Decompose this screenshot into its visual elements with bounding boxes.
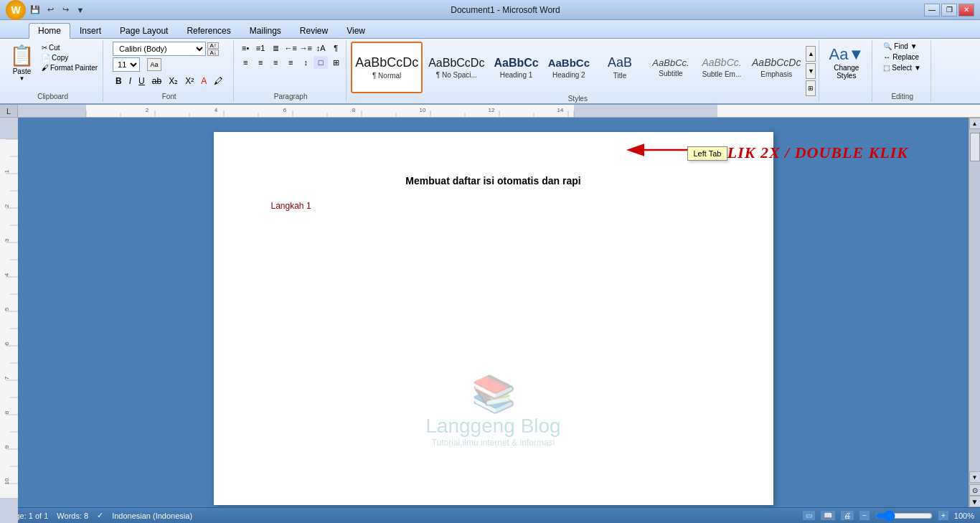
svg-rect-26 xyxy=(0,118,18,139)
right-scrollbar[interactable]: ▲ ▼ ⊙ ▼ xyxy=(969,118,980,507)
align-right-button[interactable]: ≡ xyxy=(268,56,283,69)
copy-icon: 📄 xyxy=(42,54,50,62)
replace-button[interactable]: ↔ Replace xyxy=(880,52,924,62)
clipboard-label: Clipboard xyxy=(37,91,68,100)
restore-button[interactable]: ❐ xyxy=(941,4,957,17)
decrease-indent-button[interactable]: ←≡ xyxy=(283,42,298,55)
view-reading-btn[interactable]: 📖 xyxy=(821,511,835,520)
paragraph-label: Paragraph xyxy=(274,91,308,100)
styles-expand[interactable]: ⊞ xyxy=(806,80,816,96)
style-subtle-emphasis[interactable]: AaBbCc. Subtle Em... xyxy=(697,42,746,93)
borders-button[interactable]: ⊞ xyxy=(329,56,343,69)
select-dropdown-icon: ▼ xyxy=(914,64,921,72)
style-subtitle[interactable]: AaBbCc. Subtitle xyxy=(646,42,695,93)
styles-scroll-up[interactable]: ▲ xyxy=(806,46,816,62)
scroll-up-arrow[interactable]: ▲ xyxy=(969,118,981,129)
italic-button[interactable]: I xyxy=(126,75,134,88)
line-spacing-button[interactable]: ↕ xyxy=(298,56,313,69)
underline-button[interactable]: U xyxy=(136,75,148,88)
style-heading2-preview: AaBbCc xyxy=(548,57,590,70)
tab-review[interactable]: Review xyxy=(291,23,337,39)
cut-button[interactable]: ✂ Cut xyxy=(39,43,100,52)
superscript-button[interactable]: X² xyxy=(182,75,197,88)
ribbon-tabs: Home Insert Page Layout References Maili… xyxy=(0,20,980,39)
tab-insert[interactable]: Insert xyxy=(70,23,110,39)
tab-page-layout[interactable]: Page Layout xyxy=(110,23,177,39)
scroll-down-arrow[interactable]: ▼ xyxy=(969,471,981,483)
zoom-out-btn[interactable]: − xyxy=(859,511,870,520)
tab-home[interactable]: Home xyxy=(29,23,70,39)
paragraph-buttons: ≡• ≡1 ≣ ←≡ →≡ ↕A ¶ ≡ ≡ ≡ ≡ ↕ □ ⊞ xyxy=(238,42,343,69)
strikethrough-button[interactable]: ab xyxy=(149,75,164,88)
style-no-spacing-preview: AaBbCcDc xyxy=(428,56,484,70)
ruler-left-corner[interactable]: L xyxy=(0,105,18,117)
document[interactable]: Left Tab Membuat daftar isi otomatis dan… xyxy=(214,132,773,505)
svg-text:14: 14 xyxy=(557,107,564,113)
font-size-decrease[interactable]: A↓ xyxy=(207,50,219,56)
tab-references[interactable]: References xyxy=(177,23,240,39)
find-icon: 🔍 xyxy=(883,42,892,50)
close-button[interactable]: ✕ xyxy=(958,4,974,17)
vertical-ruler-svg: 1 2 3 4 5 6 7 8 9 10 xyxy=(0,118,18,523)
style-emphasis[interactable]: AaBbCcDc Emphasis xyxy=(748,42,804,93)
align-center-button[interactable]: ≡ xyxy=(253,56,268,69)
style-heading1[interactable]: AaBbCc Heading 1 xyxy=(490,42,542,93)
customize-quick-btn[interactable]: ▼ xyxy=(74,4,87,17)
styles-scroll-down[interactable]: ▼ xyxy=(806,63,816,79)
title-bar: W 💾 ↩ ↪ ▼ Document1 - Microsoft Word — ❐… xyxy=(0,0,980,20)
justify-button[interactable]: ≡ xyxy=(283,56,298,69)
style-heading1-preview: AaBbCc xyxy=(494,56,538,70)
zoom-slider[interactable] xyxy=(875,510,933,522)
editing-group: 🔍 Find ▼ ↔ Replace ⬚ Select ▼ Editing xyxy=(874,40,931,102)
minimize-button[interactable]: — xyxy=(924,4,940,17)
format-painter-button[interactable]: 🖌 Format Painter xyxy=(39,63,100,72)
numbering-button[interactable]: ≡1 xyxy=(253,42,268,55)
language-info[interactable]: Indonesian (Indonesia) xyxy=(112,512,192,520)
style-no-spacing[interactable]: AaBbCcDc ¶ No Spaci... xyxy=(425,42,488,93)
redo-quick-btn[interactable]: ↪ xyxy=(59,4,72,17)
find-button[interactable]: 🔍 Find ▼ xyxy=(880,42,924,51)
highlight-button[interactable]: 🖍 xyxy=(211,75,225,88)
subscript-button[interactable]: X₂ xyxy=(166,75,181,88)
bullets-button[interactable]: ≡• xyxy=(238,42,253,55)
undo-quick-btn[interactable]: ↩ xyxy=(44,4,57,17)
replace-icon: ↔ xyxy=(883,53,890,61)
font-name-select[interactable]: Calibri (Body) xyxy=(113,42,206,56)
scroll-track[interactable] xyxy=(969,129,980,471)
shading-button[interactable]: □ xyxy=(314,56,328,69)
office-button[interactable]: W xyxy=(6,0,26,20)
copy-button[interactable]: 📄 Copy xyxy=(39,53,100,62)
select-button[interactable]: ⬚ Select ▼ xyxy=(880,63,924,72)
scroll-bottom-btn1[interactable]: ⊙ xyxy=(969,484,981,496)
tab-selector[interactable]: L xyxy=(0,105,17,117)
view-print-btn[interactable]: 🖨 xyxy=(841,511,854,520)
zoom-in-btn[interactable]: + xyxy=(938,511,948,520)
view-normal-btn[interactable]: ▭ xyxy=(803,511,815,520)
style-normal[interactable]: AaBbCcDc ¶ Normal xyxy=(351,42,423,93)
tab-view[interactable]: View xyxy=(337,23,374,39)
change-styles-button[interactable]: Aa▼ ChangeStyles xyxy=(824,42,869,83)
tab-mailings[interactable]: Mailings xyxy=(240,23,291,39)
svg-rect-28 xyxy=(0,498,18,523)
show-formatting-button[interactable]: ¶ xyxy=(329,42,343,55)
increase-indent-button[interactable]: →≡ xyxy=(298,42,313,55)
align-left-button[interactable]: ≡ xyxy=(238,56,253,69)
document-text[interactable]: Langkah 1 xyxy=(271,201,716,211)
text-color-button[interactable]: A xyxy=(198,75,209,88)
bold-button[interactable]: B xyxy=(113,75,125,88)
font-size-select[interactable]: 11 xyxy=(113,57,140,72)
clear-formatting-btn[interactable]: Aa xyxy=(147,58,161,71)
scroll-bottom-btn2[interactable]: ▼ xyxy=(969,496,981,507)
style-heading2[interactable]: AaBbCc Heading 2 xyxy=(545,42,593,93)
scroll-thumb[interactable] xyxy=(970,133,980,161)
svg-text:5: 5 xyxy=(4,307,10,311)
style-title[interactable]: AaB Title xyxy=(595,42,644,93)
font-size-increase[interactable]: A↑ xyxy=(207,42,219,49)
style-emphasis-preview: AaBbCcDc xyxy=(752,57,801,69)
horizontal-ruler[interactable]: 2 4 6 8 10 12 14 xyxy=(18,105,980,117)
document-area[interactable]: Left Tab Membuat daftar isi otomatis dan… xyxy=(18,118,969,507)
save-quick-btn[interactable]: 💾 xyxy=(29,4,42,17)
multilevel-list-button[interactable]: ≣ xyxy=(268,42,283,55)
sort-button[interactable]: ↕A xyxy=(314,42,328,55)
paste-button[interactable]: 📋 Paste ▼ xyxy=(6,42,38,84)
